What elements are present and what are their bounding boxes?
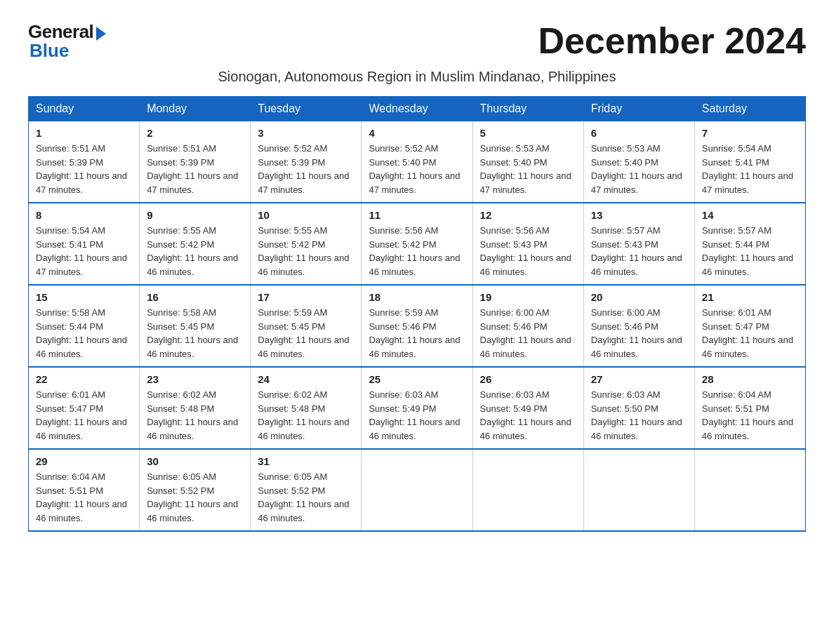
week-row-3: 15 Sunrise: 5:58 AMSunset: 5:44 PMDaylig… [29,285,806,367]
day-info: Sunrise: 5:57 AMSunset: 5:43 PMDaylight:… [591,225,682,277]
day-cell: 19 Sunrise: 6:00 AMSunset: 5:46 PMDaylig… [472,285,583,367]
day-cell [583,449,694,531]
day-cell: 11 Sunrise: 5:56 AMSunset: 5:42 PMDaylig… [362,203,472,285]
page-header: General Blue December 2024 [28,21,806,62]
day-number: 29 [36,455,132,467]
day-number: 26 [480,373,576,385]
day-info: Sunrise: 5:52 AMSunset: 5:39 PMDaylight:… [258,143,349,195]
day-cell: 23 Sunrise: 6:02 AMSunset: 5:48 PMDaylig… [140,367,251,449]
day-cell [362,449,472,531]
day-info: Sunrise: 6:03 AMSunset: 5:49 PMDaylight:… [480,389,571,441]
day-info: Sunrise: 5:58 AMSunset: 5:44 PMDaylight:… [36,307,127,359]
day-info: Sunrise: 5:52 AMSunset: 5:40 PMDaylight:… [369,143,460,195]
day-number: 22 [36,373,132,385]
day-number: 2 [147,127,243,139]
day-number: 31 [258,455,354,467]
day-info: Sunrise: 6:04 AMSunset: 5:51 PMDaylight:… [702,389,793,441]
day-cell: 18 Sunrise: 5:59 AMSunset: 5:46 PMDaylig… [362,285,472,367]
week-row-5: 29 Sunrise: 6:04 AMSunset: 5:51 PMDaylig… [29,449,806,531]
day-info: Sunrise: 6:01 AMSunset: 5:47 PMDaylight:… [36,389,127,441]
day-number: 25 [369,373,465,385]
header-saturday: Saturday [694,97,805,121]
day-number: 17 [258,291,354,303]
page-title: December 2024 [538,21,806,61]
day-number: 12 [480,209,576,221]
day-number: 30 [147,455,243,467]
day-info: Sunrise: 5:59 AMSunset: 5:45 PMDaylight:… [258,307,349,359]
day-number: 28 [702,373,798,385]
day-info: Sunrise: 5:59 AMSunset: 5:46 PMDaylight:… [369,307,460,359]
day-number: 19 [480,291,576,303]
day-cell: 20 Sunrise: 6:00 AMSunset: 5:46 PMDaylig… [583,285,694,367]
logo-blue-text: Blue [29,40,69,62]
day-number: 23 [147,373,243,385]
day-number: 8 [36,209,132,221]
day-cell: 10 Sunrise: 5:55 AMSunset: 5:42 PMDaylig… [251,203,362,285]
calendar-table: SundayMondayTuesdayWednesdayThursdayFrid… [28,96,806,532]
day-number: 21 [702,291,798,303]
day-info: Sunrise: 6:05 AMSunset: 5:52 PMDaylight:… [258,471,349,523]
day-cell: 12 Sunrise: 5:56 AMSunset: 5:43 PMDaylig… [472,203,583,285]
day-number: 10 [258,209,354,221]
day-cell: 8 Sunrise: 5:54 AMSunset: 5:41 PMDayligh… [29,203,140,285]
day-info: Sunrise: 6:05 AMSunset: 5:52 PMDaylight:… [147,471,238,523]
day-number: 18 [369,291,465,303]
header-friday: Friday [583,97,694,121]
day-number: 13 [591,209,687,221]
week-row-1: 1 Sunrise: 5:51 AMSunset: 5:39 PMDayligh… [29,121,806,203]
day-cell: 9 Sunrise: 5:55 AMSunset: 5:42 PMDayligh… [140,203,251,285]
day-cell: 15 Sunrise: 5:58 AMSunset: 5:44 PMDaylig… [29,285,140,367]
day-cell: 30 Sunrise: 6:05 AMSunset: 5:52 PMDaylig… [140,449,251,531]
day-cell: 14 Sunrise: 5:57 AMSunset: 5:44 PMDaylig… [694,203,805,285]
day-cell: 22 Sunrise: 6:01 AMSunset: 5:47 PMDaylig… [29,367,140,449]
day-cell: 29 Sunrise: 6:04 AMSunset: 5:51 PMDaylig… [29,449,140,531]
day-info: Sunrise: 5:51 AMSunset: 5:39 PMDaylight:… [147,143,238,195]
day-info: Sunrise: 5:53 AMSunset: 5:40 PMDaylight:… [591,143,682,195]
day-number: 1 [36,127,132,139]
day-info: Sunrise: 6:00 AMSunset: 5:46 PMDaylight:… [591,307,682,359]
day-number: 27 [591,373,687,385]
day-number: 14 [702,209,798,221]
logo: General Blue [28,21,106,62]
day-info: Sunrise: 6:03 AMSunset: 5:49 PMDaylight:… [369,389,460,441]
day-info: Sunrise: 5:51 AMSunset: 5:39 PMDaylight:… [36,143,127,195]
day-number: 24 [258,373,354,385]
day-cell: 21 Sunrise: 6:01 AMSunset: 5:47 PMDaylig… [694,285,805,367]
day-info: Sunrise: 5:56 AMSunset: 5:42 PMDaylight:… [369,225,460,277]
day-number: 20 [591,291,687,303]
day-number: 9 [147,209,243,221]
day-number: 3 [258,127,354,139]
day-info: Sunrise: 6:02 AMSunset: 5:48 PMDaylight:… [258,389,349,441]
week-row-2: 8 Sunrise: 5:54 AMSunset: 5:41 PMDayligh… [29,203,806,285]
day-info: Sunrise: 6:02 AMSunset: 5:48 PMDaylight:… [147,389,238,441]
day-info: Sunrise: 5:54 AMSunset: 5:41 PMDaylight:… [36,225,127,277]
subtitle: Sionogan, Autonomous Region in Muslim Mi… [28,69,806,85]
day-info: Sunrise: 6:01 AMSunset: 5:47 PMDaylight:… [702,307,793,359]
header-thursday: Thursday [472,97,583,121]
day-cell: 26 Sunrise: 6:03 AMSunset: 5:49 PMDaylig… [472,367,583,449]
day-number: 6 [591,127,687,139]
day-cell: 2 Sunrise: 5:51 AMSunset: 5:39 PMDayligh… [140,121,251,203]
day-info: Sunrise: 5:57 AMSunset: 5:44 PMDaylight:… [702,225,793,277]
day-number: 16 [147,291,243,303]
day-info: Sunrise: 5:53 AMSunset: 5:40 PMDaylight:… [480,143,571,195]
day-cell: 24 Sunrise: 6:02 AMSunset: 5:48 PMDaylig… [251,367,362,449]
day-number: 5 [480,127,576,139]
day-cell: 4 Sunrise: 5:52 AMSunset: 5:40 PMDayligh… [362,121,472,203]
week-row-4: 22 Sunrise: 6:01 AMSunset: 5:47 PMDaylig… [29,367,806,449]
day-cell: 6 Sunrise: 5:53 AMSunset: 5:40 PMDayligh… [583,121,694,203]
header-wednesday: Wednesday [362,97,472,121]
day-cell [472,449,583,531]
day-cell: 31 Sunrise: 6:05 AMSunset: 5:52 PMDaylig… [251,449,362,531]
day-cell: 5 Sunrise: 5:53 AMSunset: 5:40 PMDayligh… [472,121,583,203]
day-info: Sunrise: 5:55 AMSunset: 5:42 PMDaylight:… [258,225,349,277]
header-tuesday: Tuesday [251,97,362,121]
day-number: 15 [36,291,132,303]
day-info: Sunrise: 5:56 AMSunset: 5:43 PMDaylight:… [480,225,571,277]
day-number: 7 [702,127,798,139]
day-cell: 17 Sunrise: 5:59 AMSunset: 5:45 PMDaylig… [251,285,362,367]
day-cell: 3 Sunrise: 5:52 AMSunset: 5:39 PMDayligh… [251,121,362,203]
calendar-header-row: SundayMondayTuesdayWednesdayThursdayFrid… [29,97,806,121]
day-info: Sunrise: 5:54 AMSunset: 5:41 PMDaylight:… [702,143,793,195]
day-cell: 1 Sunrise: 5:51 AMSunset: 5:39 PMDayligh… [29,121,140,203]
